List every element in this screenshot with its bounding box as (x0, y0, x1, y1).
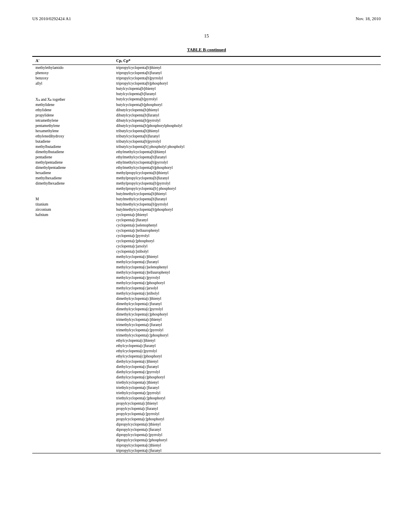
table-row: methylpentadieneethylmethylcyclopenta[b]… (32, 160, 381, 165)
col-a-cell (32, 291, 113, 296)
table-row: methylcyclopenta[c]thienyl (32, 254, 381, 259)
page-number: 15 (32, 33, 381, 39)
col-a-cell (32, 228, 113, 233)
table-row: tripropylcyclopenta[c]furanyl (32, 448, 381, 453)
col-a-cell (32, 186, 113, 191)
col-a-cell (32, 306, 113, 312)
col-a-cell (32, 312, 113, 317)
data-table: A' Cp, Cp* methylethylamidotripropylcycl… (32, 56, 381, 453)
col-cp-cell: butylcyclopenta[b]pyrrolyl (113, 96, 381, 102)
col-a-cell: propylidene (32, 112, 113, 118)
table-row: diethylcyclopenta[c]phosphoryl (32, 374, 381, 380)
table-row: methylcyclopenta[c]furanyl (32, 259, 381, 264)
table-row: propylcyclopenta[c]furanyl (32, 406, 381, 411)
col-cp-cell: cyclopenta[c]pyrrolyl (113, 233, 381, 238)
col-a-cell (32, 390, 113, 395)
col-a-cell (32, 233, 113, 238)
table-row: methylhexadienemethylpropylcyclopenta[b]… (32, 175, 381, 181)
table-row: ethylidenedibutylcyclopenta[b]thienyl (32, 107, 381, 112)
col-a-cell (32, 217, 113, 222)
table-row: methylcyclopenta[c]stibolyl (32, 291, 381, 296)
col-cp-cell: dibutylcyclopenta[b]pyrrolyl (113, 118, 381, 123)
col-cp-cell: diethylcyclopenta[c]pyrrolyl (113, 369, 381, 374)
col-a-cell: dimethylbutadiene (32, 149, 113, 154)
col-a-cell: M (32, 196, 113, 202)
col-cp-cell: triethylcyclopenta[c]furanyl (113, 385, 381, 390)
table-row: triethylcyclopenta[c]pyrrolyl (32, 390, 381, 395)
table-row: ethylenedihydroxytributylcyclopenta[b]fu… (32, 133, 381, 139)
col-cp-cell: dipropylcyclopenta[c]thienyl (113, 422, 381, 427)
col-a-cell (32, 249, 113, 254)
col-a-cell (32, 448, 113, 453)
table-row: triethylcyclopenta[c]furanyl (32, 385, 381, 390)
col-a-cell: methylbutadiene (32, 144, 113, 149)
col-cp-cell: cyclopenta[c]arsolyl (113, 243, 381, 249)
col-a-cell (32, 427, 113, 432)
col-cp-cell: tributylcyclopenta[b]furanyl (113, 133, 381, 139)
col-a-cell: titanium (32, 202, 113, 207)
col-cp-cell: ethylcyclopenta[c]phosphoryl (113, 353, 381, 359)
col-a-cell: methylhexadiene (32, 175, 113, 181)
table-row: cyclopenta[c]arsolyl (32, 243, 381, 249)
col-a-cell (32, 359, 113, 364)
col-a-cell: methylidene (32, 102, 113, 107)
table-row: trimethylcyclopenta[c]furanyl (32, 322, 381, 327)
col-a-cell (32, 385, 113, 390)
table-row: methylcyclopenta[c]telluurophenyl (32, 270, 381, 275)
table-row: dimethylcyclopenta[c]phosphoryl (32, 312, 381, 317)
table-row: propylcyclopenta[c]pyrrolyl (32, 411, 381, 416)
table-row: triethylcyclopenta[c]phosphoryl (32, 395, 381, 401)
col-a-cell: allyl (32, 81, 113, 86)
col-cp-cell: methylcyclopenta[c]telluurophenyl (113, 270, 381, 275)
col-cp-cell: diethylcyclopenta[c]phosphoryl (113, 374, 381, 380)
col-cp-cell: dipropylcyclopenta[c]pyrrolyl (113, 432, 381, 437)
col-a-cell: phenoxy (32, 70, 113, 75)
col-a-cell (32, 296, 113, 301)
col-cp-cell: dimethylcyclopenta[c]thienyl (113, 296, 381, 301)
table-row: trimethylcyclopenta[c]pyrrolyl (32, 327, 381, 332)
col-cp-cell: propylcyclopenta[c]furanyl (113, 406, 381, 411)
col-cp-cell: methylcyclopenta[c]stibolyl (113, 291, 381, 296)
table-row: tripropylcyclopenta[c]thienyl (32, 443, 381, 448)
col-cp-cell: dimethylcyclopenta[c]furanyl (113, 301, 381, 306)
col-cp-cell: dibutylcyclopenta[b]phosphorylphospholyl (113, 123, 381, 128)
table-row: ethylcyclopenta[c]furanyl (32, 343, 381, 348)
col-a-cell (32, 317, 113, 322)
col-a-header: A' (32, 56, 113, 65)
table-title: TABLE B-continued (32, 47, 381, 52)
table-row: methylidenebutylcyclopenta[b]phosphoryl (32, 102, 381, 107)
col-cp-header: Cp, Cp* (113, 56, 381, 65)
col-cp-cell: tripropylcyclopenta[c]thienyl (113, 443, 381, 448)
col-cp-cell: ethylmethylcyclopenta[b]furanyl (113, 154, 381, 160)
col-cp-cell: cyclopenta[c]telluurophenyl (113, 228, 381, 233)
col-cp-cell: ethylmethylcyclopenta[b]pyrrolyl (113, 160, 381, 165)
table-row: propylcyclopenta[c]phosphoryl (32, 416, 381, 422)
table-row: cyclopenta[c]stibolyl (32, 249, 381, 254)
table-row: cyclopenta[c]selenophenyl (32, 222, 381, 228)
col-cp-cell: dimethylcyclopenta[c]pyrrolyl (113, 306, 381, 312)
table-row: propylidenedibutylcyclopenta[b]furanyl (32, 112, 381, 118)
col-cp-cell: tripropylcyclopenta[b]pyrrolyl (113, 75, 381, 81)
table-row: diethylcyclopenta[c]pyrrolyl (32, 369, 381, 374)
col-cp-cell: ethylmethylcyclopenta[b]phosphoryl (113, 165, 381, 170)
table-row: butylmethylcyclopenta[b]thienyl (32, 191, 381, 196)
col-cp-cell: trimethylcyclopenta[c]phosphoryl (113, 332, 381, 338)
col-a-cell: benzoxy (32, 75, 113, 81)
col-a-cell (32, 443, 113, 448)
col-cp-cell: methylpropylcyclopenta[b]thienyl (113, 170, 381, 175)
col-a-cell (32, 416, 113, 422)
col-a-cell (32, 285, 113, 291)
col-a-cell (32, 270, 113, 275)
col-cp-cell: cyclopenta[c]selenophenyl (113, 222, 381, 228)
table-row: titaniumbutylmethylcyclopenta[b]pyrrolyl (32, 202, 381, 207)
table-row: diethylcyclopenta[c]thienyl (32, 359, 381, 364)
table-row: dipropylcyclopenta[c]phosphoryl (32, 437, 381, 443)
table-row: dimethylbutadieneethylmethylcyclopenta[b… (32, 149, 381, 154)
table-row: methylcyclopenta[c]pyrrolyl (32, 275, 381, 280)
col-a-cell (32, 437, 113, 443)
table-row: hafniumcyclopenta[c]thienyl (32, 212, 381, 217)
col-cp-cell: dipropylcyclopenta[c]phosphoryl (113, 437, 381, 443)
col-a-cell: hexamethylene (32, 128, 113, 133)
col-cp-cell: tripropylcyclopenta[b]furanyl (113, 70, 381, 75)
col-cp-cell: propylcyclopenta[c]thienyl (113, 401, 381, 406)
